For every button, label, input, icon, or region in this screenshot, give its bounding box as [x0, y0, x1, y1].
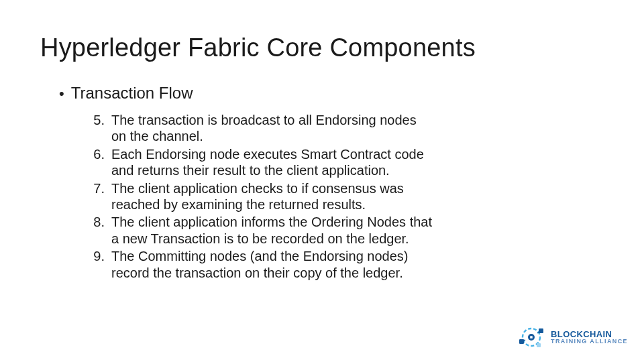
list-item: 6. Each Endorsing node executes Smart Co…	[90, 146, 435, 179]
svg-rect-2	[530, 336, 533, 339]
logo-text: BLOCKCHAIN TRAINING ALLIANCE	[551, 330, 628, 345]
list-item: 7. The client application checks to if c…	[90, 180, 435, 213]
list-item: 5. The transaction is broadcast to all E…	[90, 112, 435, 145]
slide-title: Hyperledger Fabric Core Components	[40, 34, 604, 62]
item-text: The Committing nodes (and the Endorsing …	[111, 248, 435, 281]
svg-rect-5	[537, 343, 541, 347]
item-number: 7.	[90, 180, 111, 213]
list-item: 9. The Committing nodes (and the Endorsi…	[90, 248, 435, 281]
slide-content: Hyperledger Fabric Core Components • Tra…	[0, 0, 644, 281]
item-text: The client application informs the Order…	[111, 214, 435, 247]
bullet-text: Transaction Flow	[71, 84, 193, 103]
list-item: 8. The client application informs the Or…	[90, 214, 435, 247]
svg-rect-4	[519, 339, 524, 344]
logo-line1: BLOCKCHAIN	[551, 330, 628, 339]
item-number: 8.	[90, 214, 111, 247]
item-text: The transaction is broadcast to all Endo…	[111, 112, 435, 145]
bullet-line: • Transaction Flow	[59, 84, 604, 103]
item-text: Each Endorsing node executes Smart Contr…	[111, 146, 435, 179]
logo-line2: TRAINING ALLIANCE	[551, 339, 628, 345]
item-text: The client application checks to if cons…	[111, 180, 435, 213]
numbered-list: 5. The transaction is broadcast to all E…	[59, 112, 435, 281]
blockchain-icon	[517, 323, 545, 351]
bullet-section: • Transaction Flow 5. The transaction is…	[40, 84, 604, 281]
item-number: 6.	[90, 146, 111, 179]
bullet-dot-icon: •	[59, 86, 64, 101]
item-number: 5.	[90, 112, 111, 145]
brand-logo: BLOCKCHAIN TRAINING ALLIANCE	[517, 323, 628, 351]
item-number: 9.	[90, 248, 111, 281]
